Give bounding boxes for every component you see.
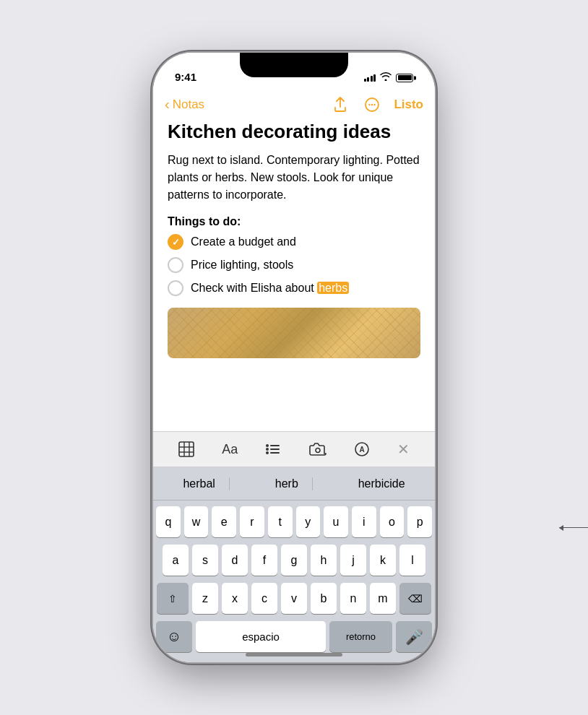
svg-rect-4: [179, 442, 194, 456]
key-emoji[interactable]: ☺: [156, 621, 192, 652]
checklist-text: Check with Elisha about herbs: [191, 282, 420, 295]
camera-button[interactable]: [303, 439, 332, 459]
checklist-item[interactable]: Create a budget and: [168, 234, 420, 250]
image-pattern: [168, 308, 420, 358]
key-x[interactable]: x: [222, 583, 248, 614]
nav-right-buttons: Listo: [330, 95, 423, 115]
key-a[interactable]: a: [163, 545, 189, 576]
checklist-text-before: Check with Elisha about: [191, 282, 317, 294]
more-button[interactable]: [362, 95, 382, 115]
list-button[interactable]: [259, 438, 287, 460]
key-v[interactable]: v: [281, 583, 307, 614]
key-o[interactable]: o: [380, 506, 405, 537]
share-button[interactable]: [330, 95, 350, 115]
checkbox-checked[interactable]: [168, 234, 183, 250]
svg-point-3: [374, 104, 376, 105]
key-p[interactable]: p: [407, 506, 432, 537]
signal-icon: [364, 74, 376, 82]
checklist-text: Price lighting, stools: [191, 259, 420, 272]
autocorrect-bar: herbal herb herbicide: [153, 467, 435, 500]
battery-icon: [396, 74, 413, 82]
svg-text:A: A: [359, 446, 364, 454]
status-icons: [364, 72, 414, 83]
checklist-item[interactable]: Check with Elisha about herbs: [168, 280, 420, 296]
key-w[interactable]: w: [184, 506, 209, 537]
key-s[interactable]: s: [192, 545, 218, 576]
svg-point-11: [266, 448, 269, 451]
back-label: Notas: [173, 98, 204, 112]
nav-bar: ‹ Notas Listo: [153, 89, 435, 121]
key-shift[interactable]: ⇧: [157, 583, 189, 614]
key-u[interactable]: u: [324, 506, 348, 537]
key-mic[interactable]: 🎤: [396, 621, 432, 652]
key-m[interactable]: m: [370, 583, 396, 614]
close-icon: ✕: [397, 441, 410, 458]
wifi-icon: [380, 72, 392, 83]
close-toolbar-button[interactable]: ✕: [392, 438, 415, 461]
keyboard-row-4: ☺ espacio retorno 🎤: [156, 621, 432, 652]
key-k[interactable]: k: [370, 545, 396, 576]
format-toolbar: Aa A: [153, 431, 435, 467]
things-todo-label: Things to do:: [168, 215, 420, 228]
svg-point-15: [316, 448, 320, 453]
text-format-icon: Aa: [222, 442, 238, 457]
key-space[interactable]: espacio: [196, 621, 326, 652]
image-preview[interactable]: [168, 308, 420, 358]
back-button[interactable]: ‹ Notas: [165, 97, 204, 113]
keyboard-row-2: a s d f g h j k l: [156, 545, 432, 576]
note-title[interactable]: Kitchen decorating ideas: [168, 121, 420, 143]
annotation-line: [559, 527, 588, 528]
key-t[interactable]: t: [268, 506, 293, 537]
checkbox-unchecked[interactable]: [168, 257, 183, 273]
note-body[interactable]: Rug next to island. Contemporary lightin…: [168, 152, 420, 204]
checklist: Create a budget and Price lighting, stoo…: [168, 234, 420, 296]
key-i[interactable]: i: [352, 506, 376, 537]
autocorrect-suggestion-1[interactable]: herbal: [168, 473, 229, 495]
back-chevron-icon: ‹: [165, 96, 170, 113]
key-n[interactable]: n: [340, 583, 366, 614]
key-r[interactable]: r: [240, 506, 264, 537]
status-time: 9:41: [175, 71, 196, 83]
markup-button[interactable]: A: [348, 438, 376, 460]
autocorrect-suggestion-2[interactable]: herb: [261, 473, 313, 495]
svg-rect-12: [270, 448, 280, 450]
key-e[interactable]: e: [212, 506, 236, 537]
checkbox-unchecked[interactable]: [168, 280, 183, 296]
key-y[interactable]: y: [296, 506, 321, 537]
svg-point-13: [266, 451, 269, 454]
note-area: Kitchen decorating ideas Rug next to isl…: [153, 121, 435, 431]
key-f[interactable]: f: [251, 545, 277, 576]
key-return[interactable]: retorno: [329, 621, 392, 652]
key-d[interactable]: d: [222, 545, 248, 576]
svg-point-1: [369, 104, 371, 105]
key-j[interactable]: j: [340, 545, 366, 576]
text-format-button[interactable]: Aa: [216, 439, 243, 460]
keyboard-row-3: ⇧ z x c v b n m ⌫: [156, 583, 432, 614]
done-button[interactable]: Listo: [394, 98, 423, 112]
autocorrect-suggestion-3[interactable]: herbicide: [344, 473, 420, 495]
svg-point-9: [266, 444, 269, 447]
checklist-text: Create a budget and: [191, 235, 420, 248]
key-l[interactable]: l: [399, 545, 425, 576]
svg-rect-10: [270, 445, 280, 446]
key-b[interactable]: b: [311, 583, 337, 614]
key-h[interactable]: h: [311, 545, 337, 576]
keyboard-row-1: q w e r t y u i o p: [156, 506, 432, 537]
key-g[interactable]: g: [281, 545, 307, 576]
home-indicator: [246, 653, 342, 656]
svg-point-2: [371, 104, 373, 105]
key-c[interactable]: c: [251, 583, 277, 614]
table-button[interactable]: [173, 438, 200, 460]
highlighted-word: herbs: [317, 282, 349, 294]
key-q[interactable]: q: [156, 506, 181, 537]
key-z[interactable]: z: [192, 583, 218, 614]
svg-rect-14: [270, 452, 280, 454]
checklist-item[interactable]: Price lighting, stools: [168, 257, 420, 273]
key-delete[interactable]: ⌫: [399, 583, 431, 614]
keyboard[interactable]: q w e r t y u i o p a s d f g h j k: [153, 500, 435, 662]
